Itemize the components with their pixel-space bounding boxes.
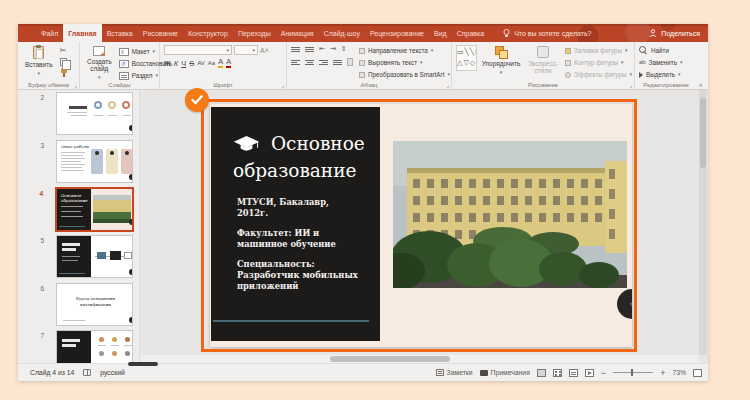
- cut-icon[interactable]: ✂: [60, 47, 68, 55]
- normal-view-button[interactable]: [537, 369, 546, 377]
- tab-insert[interactable]: Вставка: [102, 24, 138, 42]
- shapes-gallery[interactable]: ▭╲╲□○▭ △▽◇○☆╲: [456, 45, 477, 71]
- arrange-button[interactable]: Упорядочить ▾: [481, 45, 521, 77]
- vertical-scrollbar[interactable]: [699, 90, 707, 355]
- thumbnail-slide-3[interactable]: Опыт работы: [56, 140, 133, 183]
- tab-design[interactable]: Конструктор: [183, 24, 233, 42]
- change-case-button[interactable]: Аа: [208, 59, 215, 68]
- paste-button[interactable]: Вставить ▾: [22, 45, 56, 78]
- zoom-slider-thumb[interactable]: [631, 369, 633, 376]
- underline-button[interactable]: Ч: [181, 59, 186, 68]
- font-size-combo[interactable]: ▾: [234, 45, 258, 55]
- increase-indent-icon[interactable]: ⇥: [330, 45, 336, 53]
- italic-button[interactable]: К: [174, 59, 178, 68]
- section-label: Раздел: [132, 71, 153, 80]
- tab-help[interactable]: Справка: [452, 24, 489, 42]
- slideshow-view-button[interactable]: [585, 369, 594, 377]
- thumbnail-slide-5[interactable]: [56, 235, 133, 278]
- clipboard-dialog-launcher[interactable]: ⌟: [74, 81, 77, 88]
- drawing-dialog-launcher[interactable]: ⌟: [629, 81, 632, 88]
- spellcheck-icon[interactable]: [83, 369, 91, 376]
- share-label: Поделиться: [661, 30, 700, 37]
- tab-draw[interactable]: Рисование: [138, 24, 183, 42]
- char-spacing-button[interactable]: AV: [197, 59, 205, 68]
- select-button[interactable]: Выделить▾: [639, 70, 695, 79]
- slide-title-textbox[interactable]: Основное образование: [233, 131, 365, 183]
- shape-effects-icon: [565, 72, 571, 78]
- notes-toggle[interactable]: Заметки: [436, 369, 473, 376]
- ribbon-tab-strip: Файл Главная Вставка Рисование Конструкт…: [36, 24, 489, 42]
- collapse-ribbon-icon[interactable]: ∧: [699, 81, 703, 88]
- tab-transitions[interactable]: Переходы: [233, 24, 276, 42]
- zoom-out-button[interactable]: −: [601, 368, 606, 378]
- tab-home[interactable]: Главная: [63, 24, 101, 42]
- strikethrough-button[interactable]: S: [189, 59, 194, 68]
- find-button[interactable]: Найти: [639, 46, 695, 55]
- horizontal-scrollbar[interactable]: [140, 355, 699, 363]
- card-dot: [110, 151, 114, 155]
- align-left-icon[interactable]: [291, 60, 300, 65]
- notes-label: Заметки: [447, 369, 473, 376]
- font-dialog-launcher[interactable]: ⌟: [281, 81, 284, 88]
- share-button[interactable]: Поделиться: [649, 24, 700, 42]
- paragraph-dialog-launcher[interactable]: ⌟: [446, 81, 449, 88]
- decrease-indent-icon[interactable]: ⇤: [319, 45, 325, 53]
- columns-icon[interactable]: [347, 58, 353, 66]
- quick-styles-button[interactable]: Экспресс-стили: [525, 45, 561, 75]
- deco-line: [61, 155, 83, 156]
- comments-toggle[interactable]: Примечания: [480, 369, 530, 376]
- thumbnail-slide-4-selected[interactable]: Основноеобразование: [55, 187, 134, 232]
- shape-effects-button[interactable]: Эффекты фигуры▾: [565, 70, 632, 79]
- highlight-color-button[interactable]: А: [218, 58, 223, 68]
- thumbnail-slide-7[interactable]: [56, 330, 133, 363]
- align-text-button[interactable]: Выровнять текст▾: [359, 58, 450, 67]
- layout-label: Макет: [132, 47, 150, 56]
- slide-sorter-view-button[interactable]: [553, 369, 562, 377]
- deco-line: [98, 345, 106, 346]
- align-center-icon[interactable]: [305, 60, 314, 65]
- deco-line: [71, 115, 87, 116]
- thumb-caption: Курсы повышения квалификации: [67, 296, 124, 307]
- line-spacing-icon[interactable]: ⇕: [341, 45, 347, 53]
- tab-review[interactable]: Рецензирование: [365, 24, 429, 42]
- building-photo[interactable]: [393, 141, 627, 288]
- reading-view-button[interactable]: [569, 369, 578, 377]
- shape-outline-button[interactable]: Контур фигуры▾: [565, 58, 632, 67]
- language-indicator[interactable]: русский: [100, 369, 124, 376]
- tab-animations[interactable]: Анимация: [276, 24, 319, 42]
- shape-fill-button[interactable]: Заливка фигуры▾: [565, 46, 632, 55]
- convert-smartart-button[interactable]: Преобразовать в SmartArt▾: [359, 70, 450, 79]
- tab-file[interactable]: Файл: [36, 24, 63, 42]
- tell-me-box[interactable]: Что вы хотите сделать?: [503, 24, 591, 42]
- replace-button[interactable]: abЗаменить▾: [639, 58, 695, 67]
- new-slide-button[interactable]: Создать слайд ▾: [84, 45, 115, 82]
- font-color-button[interactable]: А: [226, 58, 231, 68]
- bullets-icon[interactable]: [291, 47, 300, 52]
- pane-splitter-handle[interactable]: [128, 362, 158, 366]
- slide-dark-text-panel[interactable]: Основное образование МТУСИ, Бакалавр, 20…: [211, 107, 380, 341]
- tab-slideshow[interactable]: Слайд-шоу: [319, 24, 365, 42]
- format-painter-icon[interactable]: [60, 69, 68, 77]
- vertical-scrollbar-thumb[interactable]: [700, 98, 706, 168]
- justify-icon[interactable]: [333, 60, 342, 65]
- zoom-percentage[interactable]: 73%: [672, 369, 686, 376]
- bold-button[interactable]: Ж: [164, 59, 171, 68]
- horizontal-scrollbar-thumb[interactable]: [330, 356, 450, 362]
- align-right-icon[interactable]: [319, 60, 328, 65]
- copy-icon[interactable]: [60, 58, 67, 66]
- slide-body-textbox[interactable]: МТУСИ, Бакалавр, 2012г. Факультет: ИИ и …: [237, 197, 359, 292]
- group-editing: Найти abЗаменить▾ Выделить▾ Редактирован…: [635, 42, 697, 89]
- grow-font-icon[interactable]: А˄: [260, 47, 269, 54]
- text-direction-button[interactable]: Направление текста▾: [359, 46, 450, 55]
- font-name-combo[interactable]: ▾: [164, 45, 232, 55]
- deco-line: [61, 161, 81, 162]
- tab-view[interactable]: Вид: [429, 24, 452, 42]
- zoom-slider[interactable]: [613, 372, 653, 373]
- thumbnail-slide-6[interactable]: Курсы повышения квалификации: [56, 283, 133, 326]
- deco-line: [108, 115, 117, 116]
- slide-canvas[interactable]: Основное образование МТУСИ, Бакалавр, 20…: [210, 104, 632, 347]
- zoom-in-button[interactable]: +: [660, 368, 665, 378]
- thumbnail-slide-2[interactable]: [56, 92, 133, 135]
- numbering-icon[interactable]: [305, 47, 314, 52]
- fit-to-window-button[interactable]: [693, 369, 702, 377]
